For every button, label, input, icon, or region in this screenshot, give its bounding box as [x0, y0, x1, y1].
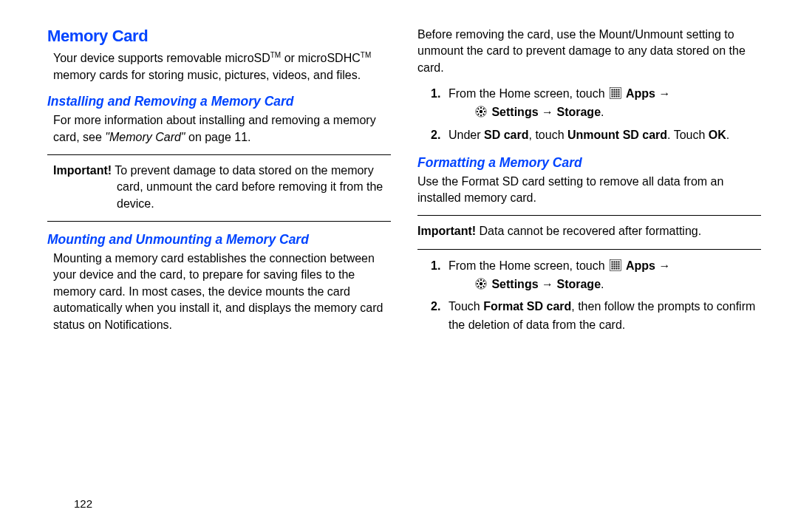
label-storage: Storage — [553, 106, 601, 118]
text-segment: Data cannot be recovered after formattin… — [476, 225, 701, 237]
step-item: Under SD card, touch Unmount SD card. To… — [423, 126, 761, 145]
intro-paragraph: Your device supports removable microSDTM… — [53, 50, 391, 83]
text-segment: memory cards for storing music, pictures… — [53, 69, 361, 81]
text-segment: or microSDHC — [281, 52, 361, 64]
divider — [47, 154, 391, 155]
subhead-installing-removing: Installing and Removing a Memory Card — [47, 94, 391, 109]
settings-storage-line: Settings → Storage. — [449, 103, 761, 122]
label-settings: Settings — [488, 106, 542, 118]
divider — [417, 249, 761, 250]
step-item: Touch Format SD card, then follow the pr… — [423, 298, 761, 335]
label-ok: OK — [709, 129, 726, 141]
text-segment: Under — [449, 129, 484, 141]
apps-icon — [610, 87, 621, 99]
step-item: From the Home screen, touch Apps → Setti… — [423, 85, 761, 122]
text-segment: . — [726, 129, 729, 141]
label-storage: Storage — [553, 278, 601, 290]
left-column: Memory Card Your device supports removab… — [47, 27, 391, 342]
manual-page: Memory Card Your device supports removab… — [0, 0, 798, 532]
section-title-memory-card: Memory Card — [47, 27, 391, 46]
unmount-intro-paragraph: Before removing the card, use the Mount/… — [417, 27, 761, 76]
text-segment: . Touch — [667, 129, 709, 141]
mounting-paragraph: Mounting a memory card establishes the c… — [53, 250, 391, 333]
subhead-formatting: Formatting a Memory Card — [417, 155, 761, 171]
important-note-format: Important! Data cannot be recovered afte… — [417, 223, 761, 239]
step-item: From the Home screen, touch Apps → Setti… — [423, 257, 761, 294]
page-number: 122 — [74, 497, 92, 510]
settings-storage-line: Settings → Storage. — [449, 276, 761, 294]
right-column: Before removing the card, use the Mount/… — [417, 27, 761, 342]
divider — [417, 215, 761, 216]
apps-icon — [610, 259, 621, 271]
gear-icon — [475, 106, 487, 117]
text-segment: Touch — [449, 300, 483, 313]
install-remove-paragraph: For more information about installing an… — [53, 112, 391, 146]
format-steps: From the Home screen, touch Apps → Setti… — [423, 257, 761, 335]
label-apps: Apps — [623, 87, 658, 100]
subhead-mounting-unmounting: Mounting and Unmounting a Memory Card — [47, 232, 391, 248]
arrow-glyph: → — [658, 259, 670, 272]
arrow-glyph: → — [542, 278, 553, 290]
divider — [47, 221, 391, 222]
formatting-paragraph: Use the Format SD card setting to remove… — [417, 174, 761, 207]
label-unmount-sd: Unmount SD card — [567, 129, 667, 141]
text-segment: Your device supports removable microSD — [53, 52, 270, 64]
text-segment: From the Home screen, touch — [449, 259, 608, 272]
label-settings: Settings — [488, 278, 542, 290]
label-format-sd: Format SD card — [483, 300, 571, 313]
trademark-symbol: TM — [270, 51, 281, 59]
important-label: Important! — [53, 164, 112, 177]
important-note-unmount: Important! To prevent damage to data sto… — [53, 163, 391, 212]
cross-reference: "Memory Card" — [105, 131, 185, 143]
text-segment: , touch — [529, 129, 567, 141]
unmount-steps: From the Home screen, touch Apps → Setti… — [423, 85, 761, 144]
label-apps: Apps — [623, 259, 658, 272]
text-segment: on page 11. — [185, 131, 251, 143]
arrow-glyph: → — [658, 87, 670, 100]
label-sd-card: SD card — [484, 129, 528, 141]
gear-icon — [475, 278, 487, 290]
two-column-layout: Memory Card Your device supports removab… — [47, 27, 761, 342]
trademark-symbol: TM — [361, 51, 371, 59]
important-label: Important! — [417, 225, 476, 237]
text-segment: From the Home screen, touch — [449, 87, 608, 100]
text-segment: To prevent damage to data stored on the … — [112, 164, 383, 210]
arrow-glyph: → — [542, 106, 553, 118]
